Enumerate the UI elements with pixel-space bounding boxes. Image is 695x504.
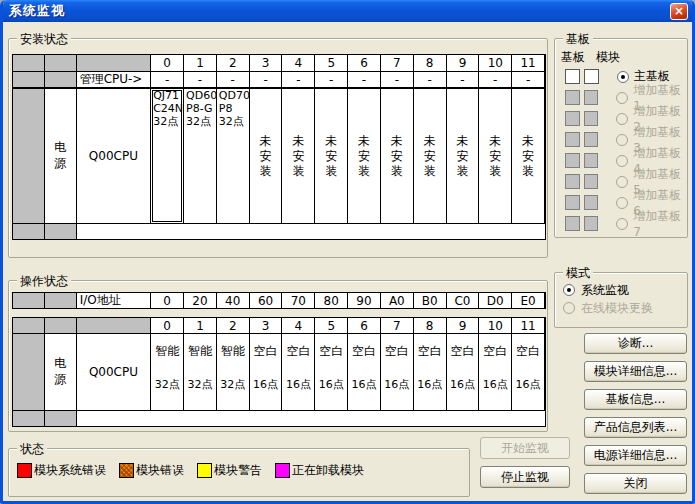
base-indicator-square bbox=[565, 216, 580, 231]
mode-radio-button[interactable] bbox=[563, 302, 575, 314]
module-slot-cell[interactable]: 未安装 bbox=[315, 89, 348, 224]
base-board-label: 基板 bbox=[563, 31, 593, 48]
slot-number-header: 8 bbox=[414, 55, 447, 72]
base-radio-button[interactable] bbox=[617, 71, 629, 83]
header-spacer bbox=[13, 55, 45, 72]
operation-slot-cell[interactable]: 空白 16点 bbox=[512, 334, 545, 411]
install-status-label: 安装状态 bbox=[17, 31, 71, 48]
stop-monitor-button[interactable]: 停止监视 bbox=[480, 466, 570, 488]
module-slot-text: QD70 P8 32点 bbox=[218, 90, 250, 129]
action-button[interactable]: 诊断... bbox=[584, 333, 687, 354]
io-address-table: I/O地址 0204060708090A0B0C0D0E0 bbox=[12, 292, 546, 309]
action-button[interactable]: 模块详细信息... bbox=[584, 361, 687, 382]
cpu-cell[interactable]: Q00CPU bbox=[77, 334, 152, 411]
footer-filler bbox=[77, 224, 545, 239]
row-spacer bbox=[13, 293, 45, 308]
mode-options: 系统监视 在线模块更换 bbox=[555, 281, 687, 317]
base-radio-button[interactable] bbox=[616, 92, 628, 104]
operation-slot-cell[interactable]: 空白 16点 bbox=[414, 334, 447, 411]
row-spacer bbox=[13, 72, 45, 89]
slot-number-header: 9 bbox=[447, 55, 480, 72]
slot-type: 空白 bbox=[483, 343, 507, 360]
row-spacer bbox=[13, 224, 45, 239]
title-bar[interactable]: 系统监视 × bbox=[3, 0, 692, 22]
base-board-column-headers: 基板 模块 bbox=[561, 49, 620, 66]
mode-radio-button[interactable] bbox=[563, 284, 575, 296]
module-slot-cell[interactable]: QD70 P8 32点 bbox=[217, 89, 250, 224]
operation-status-label: 操作状态 bbox=[17, 273, 71, 290]
io-address-value: 20 bbox=[184, 293, 217, 308]
slot-type: 空白 bbox=[286, 343, 310, 360]
slot-points: 32点 bbox=[155, 377, 180, 392]
base-radio-button[interactable] bbox=[616, 218, 628, 230]
action-button[interactable]: 电源详细信息... bbox=[584, 445, 687, 466]
base-indicator-square bbox=[565, 153, 580, 168]
manage-cpu-row: 管理CPU-> ------------ bbox=[13, 72, 545, 89]
power-supply-label: 电源 bbox=[54, 356, 66, 387]
close-button[interactable]: × bbox=[670, 3, 688, 20]
action-button[interactable]: 基板信息... bbox=[584, 389, 687, 410]
slot-number-header: 3 bbox=[250, 318, 283, 334]
module-slot-cell[interactable]: 未安装 bbox=[479, 89, 512, 224]
module-indicator-square bbox=[584, 216, 599, 231]
manage-cpu-label: 管理CPU-> bbox=[77, 72, 152, 89]
legend-item-label: 模块错误 bbox=[136, 462, 184, 479]
operation-slot-cell[interactable]: 智能 32点 bbox=[184, 334, 217, 411]
base-radio-button[interactable] bbox=[616, 134, 628, 146]
slot-type: 智能 bbox=[221, 343, 245, 360]
base-radio-button[interactable] bbox=[616, 197, 628, 209]
operation-slot-cell[interactable]: 空白 16点 bbox=[479, 334, 512, 411]
slot-number-header: 0 bbox=[151, 55, 184, 72]
base-radio-button[interactable] bbox=[616, 113, 628, 125]
cpu-cell[interactable]: Q00CPU bbox=[77, 89, 152, 224]
install-status-table: 01234567891011 管理CPU-> ------------ 电源 Q… bbox=[12, 54, 546, 240]
operation-slot-cell[interactable]: 空白 16点 bbox=[348, 334, 381, 411]
install-header-row: 01234567891011 bbox=[13, 55, 545, 72]
power-supply-cell[interactable]: 电源 bbox=[45, 89, 77, 224]
legend-item: 模块系统错误 bbox=[17, 462, 106, 479]
power-supply-label: 电源 bbox=[54, 140, 66, 171]
system-monitor-dialog: 系统监视 × 安装状态 01234567891011 管理CPU-> -----… bbox=[0, 0, 695, 504]
slot-number-header: 4 bbox=[282, 318, 315, 334]
slot-type: 智能 bbox=[188, 343, 212, 360]
legend-item-label: 模块系统错误 bbox=[34, 462, 106, 479]
module-slot-cell[interactable]: 未安装 bbox=[250, 89, 283, 224]
operation-slot-cell[interactable]: 空白 16点 bbox=[282, 334, 315, 411]
module-slot-cell[interactable]: 未安装 bbox=[381, 89, 414, 224]
operation-slot-cell[interactable]: 空白 16点 bbox=[315, 334, 348, 411]
slot-points: 16点 bbox=[286, 377, 311, 392]
slot-number-header: 11 bbox=[512, 55, 545, 72]
base-indicator-square bbox=[565, 174, 580, 189]
manage-cpu-value: - bbox=[414, 72, 447, 89]
module-slot-cell[interactable]: 未安装 bbox=[414, 89, 447, 224]
module-slot-cell[interactable]: QD60 P8-G 32点 bbox=[184, 89, 217, 224]
module-slot-cell[interactable]: 未安装 bbox=[512, 89, 545, 224]
operation-slot-cell[interactable]: 空白 16点 bbox=[447, 334, 480, 411]
base-radio-button[interactable] bbox=[616, 155, 628, 167]
base-indicator-square bbox=[565, 69, 580, 84]
module-slot-cell[interactable]: 未安装 bbox=[348, 89, 381, 224]
base-board-row: 增加基板7 bbox=[555, 213, 687, 234]
action-button[interactable]: 关闭 bbox=[584, 473, 687, 494]
io-address-value: 80 bbox=[315, 293, 348, 308]
action-button-column: 诊断...模块详细信息...基板信息...产品信息列表...电源详细信息...关… bbox=[584, 333, 687, 494]
operation-slot-cell[interactable]: 空白 16点 bbox=[250, 334, 283, 411]
operation-table: 01234567891011 电源 Q00CPU 智能 32点 智能 32点 bbox=[12, 317, 546, 427]
manage-cpu-value: - bbox=[447, 72, 480, 89]
base-radio-button[interactable] bbox=[616, 176, 628, 188]
action-button[interactable]: 产品信息列表... bbox=[584, 417, 687, 438]
power-supply-cell[interactable]: 电源 bbox=[45, 334, 77, 411]
io-address-value: 0 bbox=[151, 293, 184, 308]
module-slot-text: 未安装 bbox=[358, 134, 370, 179]
operation-slot-cell[interactable]: 空白 16点 bbox=[381, 334, 414, 411]
module-slot-cell[interactable]: 未安装 bbox=[447, 89, 480, 224]
operation-slot-cell[interactable]: 智能 32点 bbox=[217, 334, 250, 411]
manage-cpu-value: - bbox=[282, 72, 315, 89]
manage-cpu-value: - bbox=[381, 72, 414, 89]
cpu-label: Q00CPU bbox=[89, 365, 138, 379]
module-slot-cell[interactable]: 未安装 bbox=[282, 89, 315, 224]
operation-slot-cell[interactable]: 智能 32点 bbox=[151, 334, 184, 411]
base-indicator-square bbox=[565, 90, 580, 105]
slot-points: 16点 bbox=[516, 377, 541, 392]
module-slot-cell[interactable]: QJ71 C24N 32点 bbox=[151, 89, 184, 224]
